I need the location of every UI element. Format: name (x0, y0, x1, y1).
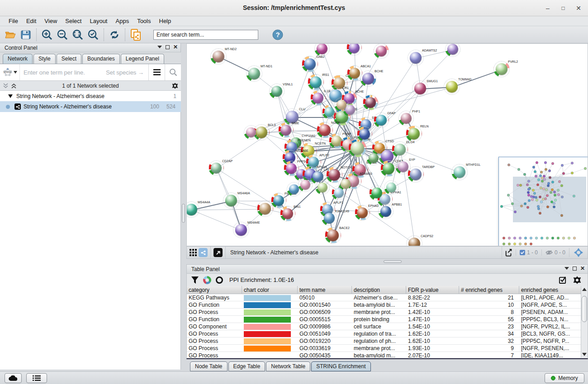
network-node[interactable]: CD2AP (209, 160, 225, 177)
protein-sphere[interactable] (337, 100, 346, 110)
navigator-toggle-icon[interactable] (569, 248, 588, 257)
splitter-handle[interactable] (384, 260, 402, 263)
network-node[interactable]: GAB2 (302, 56, 319, 73)
network-node[interactable]: SMUG1 (412, 80, 429, 98)
column-header[interactable]: description (352, 286, 406, 294)
close-button[interactable]: ✕ (572, 3, 585, 14)
network-node[interactable] (366, 151, 382, 166)
network-node[interactable] (332, 186, 347, 201)
protein-sphere[interactable] (304, 58, 316, 70)
set-species-hint[interactable]: Set species → (106, 69, 144, 76)
menu-help[interactable]: Help (155, 17, 175, 25)
network-node[interactable]: IL1B (310, 90, 327, 107)
protein-sphere[interactable] (211, 163, 222, 173)
protein-sphere[interactable] (371, 187, 382, 198)
network-node[interactable] (315, 180, 331, 196)
protein-sphere[interactable] (359, 129, 370, 140)
network-node[interactable]: TOMM40 (444, 79, 461, 96)
share-view-icon[interactable] (199, 248, 208, 257)
protein-sphere[interactable] (225, 195, 237, 206)
table-row[interactable]: KEGG Pathways05010Alzheimer's dise...8.8… (187, 294, 582, 301)
protein-sphere[interactable] (235, 224, 247, 236)
help-icon[interactable]: ? (270, 28, 285, 42)
splitter-handle[interactable] (182, 204, 185, 223)
network-node[interactable]: APBB1 (378, 204, 394, 220)
protein-sphere[interactable] (248, 68, 260, 80)
tab-string-enrichment[interactable]: STRING Enrichment (311, 361, 370, 371)
column-header[interactable]: category (187, 286, 242, 294)
table-row[interactable]: GO ProcessGO:0051049regulation of tra...… (187, 330, 582, 337)
grid-view-icon[interactable] (190, 249, 197, 256)
network-node[interactable]: CADPS2 (406, 235, 423, 246)
network-node[interactable]: GFAP (374, 112, 390, 129)
tab-edge-table[interactable]: Edge Table (228, 361, 266, 371)
network-node[interactable]: ADAMTS2 (408, 50, 425, 67)
zoom-selected-icon[interactable] (85, 28, 101, 42)
column-header[interactable]: FDR p-value (406, 286, 459, 294)
export-view-icon[interactable] (505, 248, 513, 257)
protein-sphere[interactable] (410, 52, 422, 64)
donut-chart-icon[interactable] (216, 276, 223, 284)
protein-sphere[interactable] (365, 97, 376, 108)
column-header[interactable]: chart color (242, 286, 298, 294)
network-node[interactable]: BCHE (360, 70, 377, 88)
table-scrollbar[interactable] (581, 286, 588, 358)
string-search-icon[interactable] (165, 64, 181, 80)
protein-sphere[interactable] (408, 238, 420, 246)
network-node[interactable]: DLG4 (392, 141, 409, 159)
network-collection-row[interactable]: String Network - Alzheimer's disease 1 (0, 91, 181, 101)
protein-sphere[interactable] (362, 73, 374, 84)
network-node[interactable]: VSNL1 (269, 84, 285, 100)
network-node[interactable]: PVRL2 (493, 61, 511, 78)
maximize-button[interactable]: □ (556, 3, 570, 14)
menu-edit[interactable]: Edit (22, 17, 40, 25)
panel-float-icon[interactable] (166, 45, 170, 49)
protein-sphere[interactable] (324, 107, 334, 117)
search-input[interactable] (153, 30, 258, 40)
network-canvas[interactable]: MT-ND2MT-ND1VSNL1GAB2IRS1CHATABCA1BCHEIL… (186, 43, 588, 246)
scroll-up-icon[interactable] (582, 288, 587, 291)
refresh-icon[interactable] (107, 28, 122, 42)
column-header[interactable]: term name (298, 286, 352, 294)
gear-icon[interactable] (172, 83, 178, 89)
panel-close-icon[interactable]: ✕ (580, 266, 585, 271)
network-node[interactable]: MT-ND1 (246, 66, 263, 83)
protein-sphere[interactable] (380, 206, 391, 217)
zoom-out-icon[interactable] (55, 28, 70, 42)
menu-view[interactable]: View (40, 17, 61, 25)
tab-network[interactable]: Network (3, 54, 33, 64)
protein-sphere[interactable] (410, 169, 422, 180)
filter-icon[interactable] (191, 276, 199, 284)
protein-sphere[interactable] (334, 188, 344, 198)
protein-sphere[interactable] (327, 229, 339, 241)
table-row[interactable]: GO FunctionGO:0005515protein binding1.47… (187, 316, 582, 323)
protein-sphere[interactable] (376, 115, 387, 126)
table-row[interactable]: GO ProcessGO:0033619membrane prot...1.93… (187, 345, 582, 352)
zoom-in-icon[interactable] (39, 28, 55, 42)
scroll-down-icon[interactable] (582, 353, 587, 356)
network-node[interactable]: MS4A4A (186, 201, 200, 219)
menu-tools[interactable]: Tools (133, 17, 155, 25)
protein-sphere[interactable] (357, 207, 368, 218)
table-row[interactable]: GO ProcessGO:0006509membrane prot...1.42… (187, 309, 582, 316)
tab-boundaries[interactable]: Boundaries (82, 54, 120, 64)
network-node[interactable] (287, 182, 302, 197)
copy-network-view-icon[interactable] (128, 28, 143, 42)
select-all-checkbox-icon[interactable] (559, 276, 567, 284)
task-list-button[interactable] (26, 373, 47, 383)
protein-sphere[interactable] (273, 195, 284, 206)
protein-sphere[interactable] (369, 153, 379, 163)
table-row[interactable]: GO ProcessGO:0019220regulation of ph...1… (187, 337, 582, 345)
network-node[interactable] (369, 185, 385, 201)
network-node[interactable]: PHF1 (398, 111, 415, 127)
column-header[interactable]: # enriched genes (459, 286, 519, 294)
horizontal-splitter[interactable] (186, 259, 588, 264)
tree-expand-icon[interactable] (8, 94, 13, 98)
tab-legend-panel[interactable]: Legend Panel (121, 54, 164, 64)
protein-sphere[interactable] (246, 127, 256, 137)
protein-sphere[interactable] (496, 63, 507, 75)
open-folder-icon[interactable] (3, 28, 18, 42)
protein-sphere[interactable] (317, 43, 327, 54)
cloud-button[interactable] (5, 373, 22, 383)
protein-sphere[interactable] (289, 184, 299, 194)
